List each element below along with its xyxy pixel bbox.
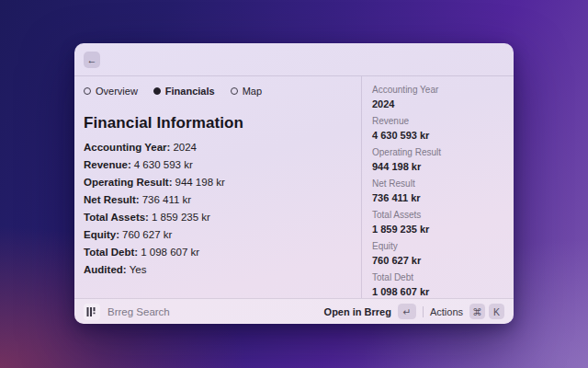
field-row: Audited:Yes — [84, 264, 350, 275]
tab-item[interactable]: Financials — [153, 86, 215, 97]
main-panel: Overview Financials Map Financial Inform… — [74, 76, 361, 298]
desktop-background: { "header": { "back_glyph": "←" }, "tabs… — [0, 0, 588, 368]
key-badge: K — [489, 304, 504, 319]
metadata-item: Revenue 4 630 593 kr — [372, 116, 503, 141]
brreg-logo-icon — [84, 304, 100, 320]
action-bar: Brreg Search Open in Brreg ↵ Actions ⌘ K — [74, 298, 514, 324]
radio-icon — [231, 87, 238, 95]
metadata-label: Total Debt — [372, 272, 503, 282]
field-label: Revenue: — [84, 159, 131, 170]
page-title: Financial Information — [84, 114, 350, 132]
field-value: 1 859 235 kr — [152, 212, 210, 223]
field-value: Yes — [130, 264, 147, 275]
metadata-item: Net Result 736 411 kr — [372, 178, 503, 203]
metadata-label: Equity — [372, 241, 503, 251]
actions-button[interactable]: Actions — [430, 306, 463, 317]
field-value: 1 098 607 kr — [141, 247, 199, 258]
metadata-item: Total Assets 1 859 235 kr — [372, 210, 503, 235]
open-in-brreg-button[interactable]: Open in Brreg — [324, 306, 391, 317]
field-label: Total Debt: — [84, 247, 138, 258]
tab-item[interactable]: Map — [231, 86, 262, 97]
tab-bar: Overview Financials Map — [84, 84, 350, 98]
metadata-value: 944 198 kr — [372, 161, 503, 172]
tab-item[interactable]: Overview — [84, 86, 138, 97]
field-row: Revenue:4 630 593 kr — [84, 159, 350, 170]
field-row: Operating Result:944 198 kr — [84, 177, 350, 188]
metadata-value: 736 411 kr — [372, 192, 503, 203]
app-window: ← Overview Financials — [74, 43, 514, 324]
footer-divider — [423, 306, 424, 317]
tab-label: Financials — [165, 86, 215, 97]
field-row: Equity:760 627 kr — [84, 229, 350, 240]
field-label: Total Assets: — [84, 212, 149, 223]
field-value: 760 627 kr — [122, 229, 172, 240]
tab-label: Map — [243, 86, 262, 97]
field-list: Accounting Year:2024 Revenue:4 630 593 k… — [84, 142, 350, 275]
metadata-item: Accounting Year 2024 — [372, 85, 503, 109]
metadata-label: Net Result — [372, 178, 503, 189]
metadata-label: Total Assets — [372, 210, 503, 220]
metadata-sidebar: Accounting Year 2024 Revenue 4 630 593 k… — [361, 76, 514, 298]
enter-key-icon: ↵ — [398, 304, 416, 319]
field-label: Audited: — [84, 264, 127, 275]
metadata-value: 2024 — [372, 98, 503, 109]
metadata-label: Accounting Year — [372, 85, 503, 95]
field-row: Total Debt:1 098 607 kr — [84, 247, 350, 258]
field-label: Operating Result: — [84, 177, 172, 188]
field-value: 944 198 kr — [175, 177, 224, 188]
metadata-item: Operating Result 944 198 kr — [372, 147, 503, 172]
back-button[interactable]: ← — [84, 52, 100, 68]
metadata-value: 1 859 235 kr — [372, 224, 503, 235]
field-label: Equity: — [84, 229, 119, 240]
radio-icon — [84, 87, 91, 95]
search-input[interactable]: Brreg Search — [107, 306, 170, 317]
metadata-label: Revenue — [372, 116, 503, 126]
actions-key-badges: ⌘ K — [469, 304, 504, 319]
metadata-value: 760 627 kr — [372, 255, 503, 266]
window-header: ← — [74, 43, 514, 75]
metadata-item: Equity 760 627 kr — [372, 241, 503, 266]
metadata-value: 1 098 607 kr — [372, 286, 503, 297]
field-label: Accounting Year: — [84, 142, 170, 153]
metadata-value: 4 630 593 kr — [372, 130, 503, 141]
field-value: 2024 — [173, 142, 197, 153]
radio-icon — [153, 87, 161, 95]
key-badge: ⌘ — [469, 304, 485, 319]
back-arrow-icon: ← — [87, 54, 97, 65]
field-row: Accounting Year:2024 — [84, 142, 350, 153]
footer-actions: Open in Brreg ↵ Actions ⌘ K — [324, 304, 504, 319]
tab-label: Overview — [96, 86, 138, 97]
field-value: 736 411 kr — [142, 194, 192, 205]
metadata-label: Operating Result — [372, 147, 503, 157]
field-value: 4 630 593 kr — [134, 159, 193, 170]
window-body: Overview Financials Map Financial Inform… — [74, 75, 514, 298]
metadata-item: Total Debt 1 098 607 kr — [372, 272, 503, 297]
field-row: Net Result:736 411 kr — [84, 194, 350, 205]
field-row: Total Assets:1 859 235 kr — [84, 212, 350, 223]
field-label: Net Result: — [84, 194, 140, 205]
